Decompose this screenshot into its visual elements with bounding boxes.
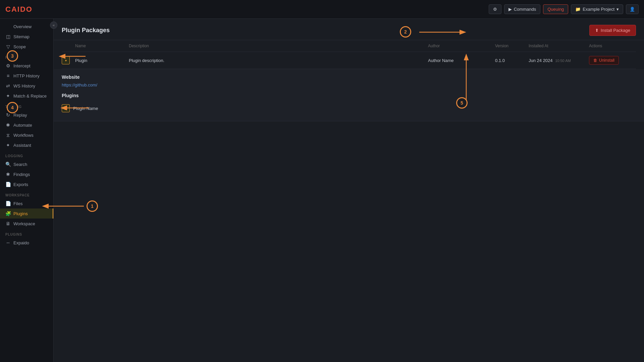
sidebar-item-assistant[interactable]: ✦ Assistant bbox=[0, 140, 53, 150]
expaido-icon: ↔ bbox=[5, 240, 11, 245]
topbar: CAIDO ⚙ ▶ Commands Queuing 📁 Example Pro… bbox=[0, 0, 644, 19]
sidebar-item-workflows[interactable]: ⧖ Workflows bbox=[0, 130, 53, 140]
website-heading: Website bbox=[62, 74, 636, 80]
sidebar: « Overview ◫ Sitemap ▽ Scope Proxy ⚙ Int… bbox=[0, 19, 54, 362]
sidebar-item-replay[interactable]: ↻ Replay bbox=[0, 110, 53, 120]
sidebar-section-workspace: Workspace bbox=[0, 189, 53, 198]
plugin-row: ◼ Plugin Name bbox=[62, 101, 636, 116]
app-layout: « Overview ◫ Sitemap ▽ Scope Proxy ⚙ Int… bbox=[0, 19, 644, 362]
queuing-button[interactable]: Queuing bbox=[543, 4, 568, 14]
workflows-icon: ⧖ bbox=[5, 132, 11, 138]
download-icon: ⬆ bbox=[595, 28, 599, 33]
ws-history-icon: ⇄ bbox=[5, 83, 11, 88]
sidebar-item-ws-history[interactable]: ⇄ WS History bbox=[0, 81, 53, 91]
sidebar-item-findings[interactable]: ✱ Findings bbox=[0, 169, 53, 179]
project-selector[interactable]: 📁 Example Project ▾ bbox=[571, 4, 623, 14]
table-row: ▾ Plugin Plugin description. Author Name… bbox=[62, 52, 636, 69]
trash-icon: 🗑 bbox=[593, 58, 597, 63]
action-cell: 🗑 Uninstall bbox=[589, 56, 636, 65]
version-cell: 0.1.0 bbox=[495, 58, 529, 63]
expanded-package-details: Website https://github.com/ Plugins ◼ Pl… bbox=[54, 69, 644, 121]
intercept-icon: ⚙ bbox=[5, 63, 11, 68]
gear-icon: ⚙ bbox=[493, 7, 497, 12]
sidebar-item-plugins[interactable]: 🧩 Plugins bbox=[0, 208, 53, 219]
match-replace-icon: ✦ bbox=[5, 93, 11, 99]
sidebar-item-files[interactable]: 📄 Files bbox=[0, 198, 53, 208]
install-package-button[interactable]: ⬆ Install Package bbox=[589, 25, 636, 36]
name-cell: Plugin bbox=[75, 58, 129, 63]
sidebar-item-match-replace[interactable]: ✦ Match & Replace bbox=[0, 91, 53, 101]
sidebar-section-proxy: Proxy bbox=[0, 52, 53, 61]
automate-icon: ✱ bbox=[5, 122, 11, 128]
sidebar-section-logging: Logging bbox=[0, 150, 53, 159]
search-icon: 🔍 bbox=[5, 162, 11, 167]
col-author: Author bbox=[428, 44, 495, 48]
app-logo: CAIDO bbox=[5, 5, 33, 14]
col-expand bbox=[62, 44, 75, 48]
sidebar-item-automate[interactable]: ✱ Automate bbox=[0, 120, 53, 130]
sidebar-item-intercept[interactable]: ⚙ Intercept bbox=[0, 61, 53, 71]
gear-button[interactable]: ⚙ bbox=[489, 4, 501, 14]
table-header: Name Description Author Version Installe… bbox=[62, 40, 636, 52]
packages-table: Name Description Author Version Installe… bbox=[54, 40, 644, 69]
user-button[interactable]: 👤 bbox=[626, 4, 639, 14]
sidebar-item-overview[interactable]: Overview bbox=[0, 21, 53, 32]
folder-icon: 📁 bbox=[575, 7, 581, 12]
expand-cell[interactable]: ▾ bbox=[62, 56, 75, 64]
website-link[interactable]: https://github.com/ bbox=[62, 82, 97, 87]
col-version: Version bbox=[495, 44, 529, 48]
http-history-icon: ≡ bbox=[5, 73, 11, 78]
assistant-icon: ✦ bbox=[5, 142, 11, 148]
sidebar-item-scope[interactable]: ▽ Scope bbox=[0, 42, 53, 52]
terminal-icon: ▶ bbox=[508, 7, 512, 12]
scope-icon: ▽ bbox=[5, 44, 11, 49]
files-icon: 📄 bbox=[5, 201, 11, 206]
author-cell: Author Name bbox=[428, 58, 495, 63]
user-icon: 👤 bbox=[630, 7, 635, 12]
col-installed: Installed At bbox=[529, 44, 589, 48]
commands-button[interactable]: ▶ Commands bbox=[504, 4, 540, 14]
sidebar-item-search[interactable]: 🔍 Search bbox=[0, 159, 53, 169]
description-cell: Plugin description. bbox=[129, 58, 428, 63]
sidebar-item-http-history[interactable]: ≡ HTTP History bbox=[0, 71, 53, 81]
installed-cell: Jun 24 2024 10:50 AM bbox=[529, 58, 589, 63]
replay-icon: ↻ bbox=[5, 112, 11, 118]
page-title: Plugin Packages bbox=[62, 27, 110, 34]
sidebar-item-exports[interactable]: 📄 Exports bbox=[0, 179, 53, 189]
col-name: Name bbox=[75, 44, 129, 48]
sidebar-collapse-button[interactable]: « bbox=[50, 21, 57, 29]
workspace-icon: 🖥 bbox=[5, 221, 11, 226]
sidebar-section-plugins: Plugins bbox=[0, 229, 53, 238]
chevron-down-icon: ▾ bbox=[616, 7, 619, 12]
main-content: Plugin Packages ⬆ Install Package Name D… bbox=[54, 19, 644, 362]
sitemap-icon: ◫ bbox=[5, 34, 11, 39]
col-actions: Actions bbox=[589, 44, 636, 48]
sidebar-section-testing: Testing bbox=[0, 101, 53, 110]
sidebar-item-sitemap[interactable]: ◫ Sitemap bbox=[0, 32, 53, 42]
uninstall-button[interactable]: 🗑 Uninstall bbox=[589, 56, 619, 65]
plugin-name: Plugin Name bbox=[73, 106, 98, 111]
col-description: Description bbox=[129, 44, 428, 48]
topbar-right: ⚙ ▶ Commands Queuing 📁 Example Project ▾… bbox=[489, 4, 639, 14]
plugins-heading: Plugins bbox=[62, 93, 636, 98]
sidebar-item-workspace[interactable]: 🖥 Workspace bbox=[0, 219, 53, 229]
page-header: Plugin Packages ⬆ Install Package bbox=[54, 19, 644, 40]
sidebar-item-expaido[interactable]: ↔ Expaido bbox=[0, 238, 53, 248]
overview-icon bbox=[5, 24, 11, 29]
expand-button[interactable]: ▾ bbox=[62, 56, 70, 64]
plugin-icon-box: ◼ bbox=[62, 104, 70, 112]
exports-icon: 📄 bbox=[5, 182, 11, 187]
findings-icon: ✱ bbox=[5, 172, 11, 177]
plugins-icon: 🧩 bbox=[5, 211, 11, 216]
